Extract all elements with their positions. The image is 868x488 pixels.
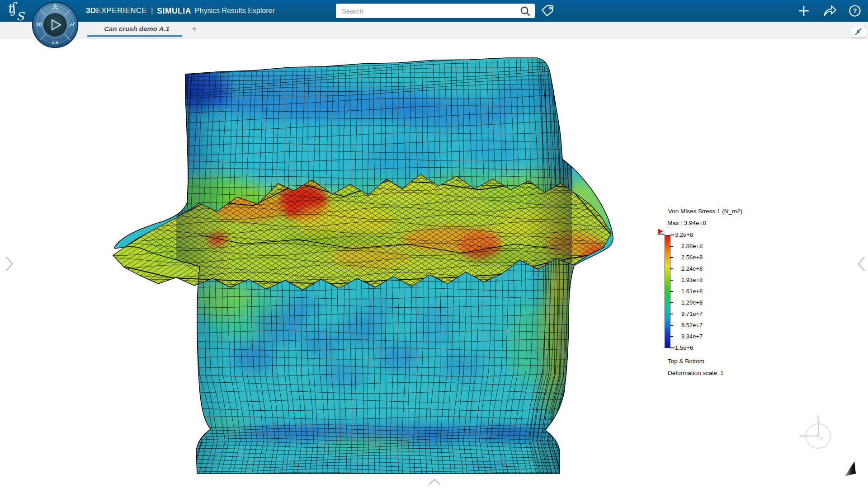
help-icon[interactable]: ? (849, 5, 861, 17)
legend-tick-dash (670, 336, 673, 337)
triad-y-label: y (817, 414, 820, 418)
legend-tick-label: 1.93e+8 (681, 277, 703, 283)
tag-icon[interactable] (540, 4, 555, 18)
legend-tick-dash (670, 325, 673, 326)
legend-tick-label: 2.24e+8 (681, 265, 703, 272)
cone-icon (842, 459, 862, 481)
panel-expand-bottom[interactable] (427, 477, 442, 487)
legend-tick-dash (670, 235, 675, 235)
legend-tick-label: 2.88e+8 (681, 243, 703, 249)
legend-tick-label: 1.61e+8 (681, 288, 703, 295)
legend-tick-label: 2.56e+8 (681, 254, 703, 261)
can-3d-view[interactable] (108, 45, 633, 485)
stress-legend: Von Mises Stress.1 (N_m2) Max : 3.94e+8 … (656, 208, 774, 398)
search-input[interactable] (336, 4, 535, 18)
legend-ticks: 3.2e+82.88e+82.56e+82.24e+81.93e+81.61e+… (670, 235, 761, 348)
collapse-view-button[interactable] (852, 26, 865, 38)
legend-tick-label: 3.2e+8 (675, 231, 693, 238)
panel-expand-left[interactable] (4, 254, 14, 273)
search-icon[interactable] (519, 5, 531, 17)
help-glyph: ? (853, 7, 857, 14)
brand-app-suffix: Physics Results Explorer (195, 7, 275, 15)
legend-tick-dash (670, 257, 673, 258)
brand-app: SIMULIA (157, 6, 191, 16)
3d-viewport[interactable]: Von Mises Stress.1 (N_m2) Max : 3.94e+8 … (0, 38, 868, 488)
brand-separator: | (151, 6, 153, 15)
legend-tick-label: 3.34e+7 (681, 333, 703, 340)
legend-max-flag-line (658, 234, 665, 235)
panel-expand-right[interactable] (856, 254, 867, 273)
legend-tick-label: 1.29e+8 (681, 299, 703, 306)
collapse-icon (852, 26, 864, 37)
legend-tick-dash (670, 268, 673, 269)
legend-colorbar (665, 235, 670, 348)
search-box (336, 4, 535, 18)
plus-icon[interactable] (798, 5, 810, 17)
header-bar: ʧ S 3DEXPERIENCE | SIMULIA Physics Resul… (0, 0, 868, 22)
legend-tick-dash (670, 314, 673, 314)
tab-can-crush-demo[interactable]: Can crush demo A.1 (90, 25, 183, 33)
share-icon[interactable] (823, 5, 837, 17)
view-triad[interactable]: y x z (798, 413, 843, 459)
legend-tick-dash (670, 291, 673, 292)
app-title: 3DEXPERIENCE | SIMULIA Physics Results E… (86, 0, 275, 22)
triad-z-label: z (820, 436, 823, 441)
tab-bar: Can crush demo A.1 + (0, 22, 868, 39)
compass-3d-label[interactable]: 3D (36, 22, 42, 27)
legend-tick-dash (670, 280, 673, 281)
svg-text:S: S (16, 10, 25, 22)
brand-3d: 3D (86, 6, 96, 15)
legend-tick-dash (670, 347, 675, 348)
compass-vr-label[interactable]: V.R (32, 41, 79, 45)
3ds-logo-icon[interactable]: ʧ S (6, 1, 30, 22)
legend-tick-label: 9.71e+7 (681, 310, 703, 317)
legend-max-value: Max : 3.94e+8 (667, 220, 706, 226)
compass-widget[interactable]: 3D V.R (32, 1, 79, 48)
brand-experience: EXPERIENCE (96, 6, 147, 15)
triad-x-label: x (799, 434, 802, 438)
legend-tick-dash (670, 302, 673, 303)
legend-deformation-label: Deformation scale: 1 (668, 370, 724, 376)
legend-tick-label: 1.5e+6 (675, 344, 693, 351)
active-tab-underline (87, 35, 182, 37)
legend-tick-label: 6.52e+7 (681, 322, 703, 328)
new-tab-button[interactable]: + (192, 24, 197, 34)
legend-title: Von Mises Stress.1 (N_m2) (668, 208, 742, 215)
legend-tick-dash (670, 246, 673, 247)
legend-position-label: Top & Bottom (668, 358, 704, 365)
